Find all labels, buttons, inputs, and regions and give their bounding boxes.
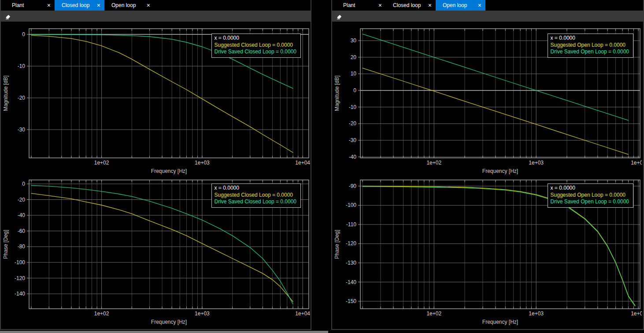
tab-label: Plant	[343, 2, 355, 8]
y-axis-title: Magnitude [dB]	[334, 75, 340, 111]
tab-label: Plant	[12, 2, 24, 8]
x-axis-title: Frequency [Hz]	[482, 319, 518, 325]
y-tick-label: -140	[15, 291, 25, 297]
x-tick-label: 1e+04	[631, 160, 642, 166]
tab-open-loop[interactable]: Open loop×	[436, 0, 485, 11]
tab-close-icon[interactable]: ×	[47, 2, 51, 8]
legend-row-drive-saved-open-loop: Drive Saved Open Loop = 0.0000	[551, 49, 629, 56]
tab-label: Open loop	[111, 2, 136, 8]
cursor-legend: x = 0.0000Suggested Open Loop = 0.0000Dr…	[548, 183, 633, 208]
y-tick-label: -30	[349, 137, 357, 143]
y-tick-label: -110	[346, 221, 356, 228]
y-tick-label: -10	[349, 104, 357, 110]
chart-area: 1e+021e+031e+040-10-20-30Frequency [Hz]M…	[1, 22, 311, 329]
tab-close-icon[interactable]: ×	[97, 2, 100, 8]
x-axis-title: Frequency [Hz]	[482, 168, 518, 174]
toolbar	[1, 11, 311, 22]
y-tick-label: -120	[15, 275, 25, 281]
cursor-legend: x = 0.0000Suggested Open Loop = 0.0000Dr…	[548, 34, 633, 58]
legend-row-suggested-open-loop: Suggested Open Loop = 0.0000	[551, 42, 629, 49]
tab-bar: Plant×Closed loop×Open loop×	[1, 0, 311, 11]
panel-closed-loop: Plant×Closed loop×Open loop× 1e+021e+031…	[0, 0, 311, 330]
x-tick-label: 1e+03	[195, 311, 210, 317]
y-tick-label: 0	[22, 181, 25, 187]
legend-row-cursor-x: x = 0.0000	[215, 185, 296, 192]
x-tick-label: 1e+03	[529, 160, 544, 166]
x-tick-label: 1e+03	[195, 160, 210, 166]
legend-row-suggested-closed-loop: Suggested Closed Loop = 0.0000	[215, 42, 296, 49]
magnitude-chart: 1e+021e+031e+043020100-10-20-30-40Freque…	[332, 22, 643, 175]
tab-close-icon[interactable]: ×	[378, 2, 382, 8]
y-tick-label: 0	[353, 87, 356, 94]
legend-row-cursor-x: x = 0.0000	[215, 35, 296, 42]
tab-close-icon[interactable]: ×	[147, 2, 150, 8]
y-tick-label: -40	[349, 154, 357, 160]
tab-close-icon[interactable]: ×	[478, 2, 481, 8]
y-tick-label: -150	[346, 298, 356, 304]
tab-bar: Plant×Closed loop×Open loop×	[332, 0, 643, 11]
cursor-legend: x = 0.0000Suggested Closed Loop = 0.0000…	[211, 183, 301, 208]
app-window: Plant×Closed loop×Open loop× 1e+021e+031…	[0, 0, 644, 333]
y-tick-label: -20	[18, 95, 26, 101]
x-tick-label: 1e+04	[295, 160, 310, 166]
legend-row-drive-saved-closed-loop: Drive Saved Closed Loop = 0.0000	[215, 198, 296, 206]
clear-cursors-button[interactable]	[4, 12, 12, 20]
legend-row-cursor-x: x = 0.0000	[551, 185, 629, 192]
legend-row-drive-saved-open-loop: Drive Saved Open Loop = 0.0000	[551, 198, 629, 206]
y-tick-label: -40	[18, 212, 26, 218]
y-tick-label: 20	[351, 54, 357, 60]
magnitude-chart: 1e+021e+031e+040-10-20-30Frequency [Hz]M…	[1, 22, 311, 175]
y-axis-title: Phase [Deg]	[334, 230, 340, 259]
y-tick-label: -90	[349, 183, 357, 189]
x-tick-label: 1e+02	[426, 311, 441, 317]
x-tick-label: 1e+04	[631, 311, 642, 317]
x-axis-title: Frequency [Hz]	[151, 319, 187, 325]
y-tick-label: 0	[22, 31, 25, 37]
toolbar	[332, 11, 643, 22]
y-tick-label: -120	[346, 240, 356, 247]
panel-open-loop: Plant×Closed loop×Open loop× 1e+021e+031…	[331, 0, 644, 330]
y-tick-label: -130	[346, 260, 356, 266]
eraser-icon	[5, 13, 11, 19]
tab-plant[interactable]: Plant×	[336, 0, 386, 11]
y-tick-label: -20	[349, 120, 357, 127]
clear-cursors-button[interactable]	[335, 12, 343, 20]
legend-row-cursor-x: x = 0.0000	[551, 35, 629, 42]
x-axis-title: Frequency [Hz]	[151, 168, 187, 174]
y-tick-label: 30	[351, 37, 357, 44]
tab-label: Open loop	[443, 2, 467, 8]
y-tick-label: -60	[18, 228, 26, 234]
y-tick-label: -100	[346, 202, 356, 208]
y-axis-title: Magnitude [dB]	[3, 75, 9, 111]
y-tick-label: -100	[15, 259, 25, 266]
y-tick-label: -20	[18, 197, 26, 203]
tab-close-icon[interactable]: ×	[428, 2, 432, 8]
tab-label: Closed loop	[62, 2, 89, 8]
phase-chart: 1e+021e+031e+04-90-100-110-120-130-140-1…	[332, 175, 643, 329]
x-tick-label: 1e+04	[295, 311, 310, 317]
tab-open-loop[interactable]: Open loop×	[104, 0, 154, 11]
x-tick-label: 1e+03	[529, 311, 544, 317]
tab-closed-loop[interactable]: Closed loop×	[55, 0, 104, 11]
y-tick-label: -30	[18, 127, 26, 133]
legend-row-suggested-closed-loop: Suggested Closed Loop = 0.0000	[215, 192, 296, 199]
y-axis-title: Phase [Deg]	[3, 230, 9, 259]
legend-row-suggested-open-loop: Suggested Open Loop = 0.0000	[551, 192, 629, 199]
window-bottom-edge	[0, 331, 328, 333]
x-tick-label: 1e+02	[94, 311, 109, 317]
chart-area: 1e+021e+031e+043020100-10-20-30-40Freque…	[332, 22, 643, 329]
tab-closed-loop[interactable]: Closed loop×	[386, 0, 436, 11]
cursor-legend: x = 0.0000Suggested Closed Loop = 0.0000…	[211, 34, 301, 58]
legend-row-drive-saved-closed-loop: Drive Saved Closed Loop = 0.0000	[215, 49, 296, 56]
x-tick-label: 1e+02	[94, 160, 109, 166]
y-tick-label: 10	[351, 71, 357, 77]
y-tick-label: -10	[18, 63, 26, 69]
eraser-icon	[336, 13, 342, 19]
phase-chart: 1e+021e+031e+040-20-40-60-80-100-120-140…	[1, 175, 311, 329]
y-tick-label: -140	[346, 279, 356, 285]
x-tick-label: 1e+02	[426, 160, 441, 166]
tab-plant[interactable]: Plant×	[5, 0, 55, 11]
tab-label: Closed loop	[393, 2, 421, 8]
y-tick-label: -80	[18, 243, 26, 250]
